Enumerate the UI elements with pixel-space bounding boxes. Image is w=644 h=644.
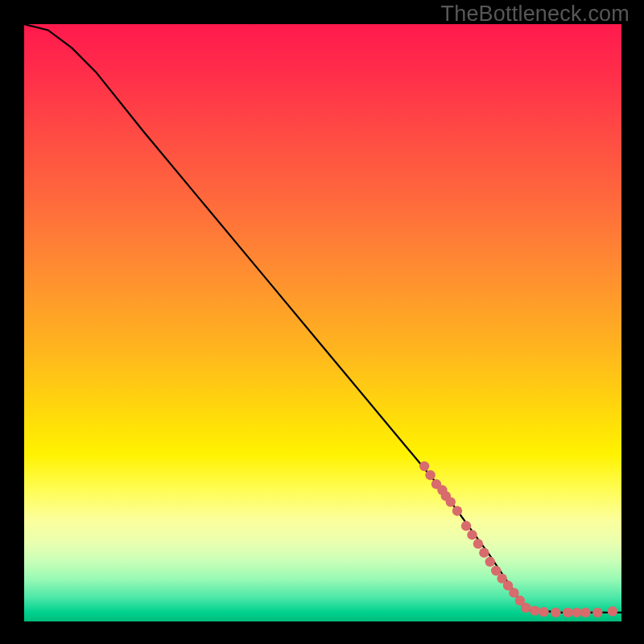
highlight-point (521, 603, 530, 613)
curve-layer (24, 24, 621, 613)
highlight-point (461, 521, 471, 530)
highlight-point (473, 539, 483, 548)
highlight-point (446, 497, 456, 506)
chart-frame: TheBottleneck.com (0, 0, 644, 644)
watermark-text: TheBottleneck.com (440, 2, 630, 27)
highlight-point (572, 608, 581, 617)
highlight-points-layer (419, 461, 617, 617)
highlight-point (479, 547, 489, 557)
highlight-point (592, 608, 602, 617)
highlight-point (425, 470, 435, 480)
highlight-point (485, 557, 495, 567)
chart-svg (24, 24, 621, 621)
highlight-point (551, 608, 560, 617)
highlight-point (467, 530, 477, 539)
highlight-point (563, 608, 572, 617)
highlight-point (539, 607, 548, 617)
highlight-point (608, 606, 617, 616)
bottleneck-curve (24, 24, 621, 613)
highlight-point (580, 608, 590, 617)
plot-area (24, 24, 621, 621)
highlight-point (530, 605, 539, 615)
highlight-point (452, 506, 462, 516)
highlight-point (419, 461, 429, 471)
